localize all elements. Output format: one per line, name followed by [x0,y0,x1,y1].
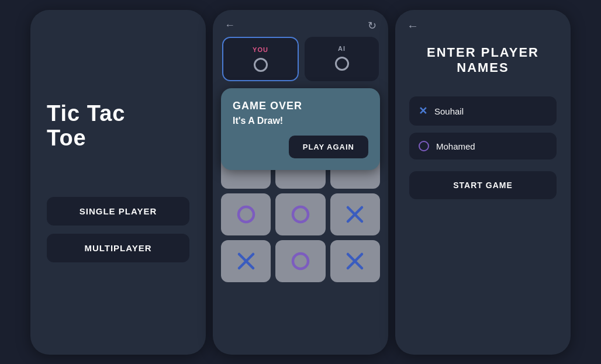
cell-2-2[interactable] [275,193,325,235]
ai-score-icon [335,57,349,71]
game-board-area: Game Over It's a draw! Play Again [213,88,388,355]
screen-main-menu: Tic TacToe Single Player Multiplayer [30,10,206,355]
screen-game: ← ↻ You AI Game Over It's a draw! Play A… [213,10,388,355]
player1-x-icon: ✕ [419,105,427,117]
svg-point-6 [293,254,308,269]
multiplayer-button[interactable]: Multiplayer [47,234,189,262]
start-game-button[interactable]: Start Game [409,171,557,199]
cell-2-3[interactable] [330,193,380,235]
o-symbol [289,250,312,272]
you-score-icon [254,58,268,72]
o-symbol [289,203,312,226]
cell-3-2[interactable] [275,240,325,282]
ai-label: AI [338,45,346,52]
play-again-button[interactable]: Play Again [289,136,368,158]
back-icon-s3[interactable]: ← [407,19,419,32]
game-over-title: Game Over [233,100,368,112]
screen3-header: ← [407,19,419,33]
cell-3-3[interactable] [330,240,380,282]
player1-input-wrapper: ✕ [409,96,557,126]
score-card-ai: AI [305,37,379,81]
player2-o-icon [419,141,429,151]
o-symbol [235,203,257,226]
score-card-you: You [222,37,299,81]
cell-3-1[interactable] [221,240,271,282]
player2-input-wrapper [409,133,557,160]
x-symbol [344,250,366,272]
cell-2-1[interactable] [221,193,271,235]
x-symbol [235,250,257,272]
svg-point-1 [293,207,308,222]
game-over-overlay: Game Over It's a draw! Play Again [221,88,380,170]
player2-name-input[interactable] [436,141,547,151]
history-icon[interactable]: ↻ [368,19,377,32]
screen-enter-names: ← Enter Player Names ✕ Start Game [395,10,571,355]
game-title: Tic TacToe [47,102,125,151]
x-symbol [344,203,366,226]
svg-point-0 [239,207,254,222]
score-cards: You AI [213,37,388,88]
player1-name-input[interactable] [434,106,547,116]
back-icon[interactable]: ← [224,19,235,32]
single-player-button[interactable]: Single Player [47,197,189,226]
game-header: ← ↻ [213,10,388,37]
menu-buttons: Single Player Multiplayer [47,197,189,262]
screens-container: Tic TacToe Single Player Multiplayer ← ↻… [21,1,580,364]
enter-names-title: Enter Player Names [409,45,557,76]
you-label: You [253,46,268,53]
game-over-subtitle: It's a draw! [233,116,368,126]
